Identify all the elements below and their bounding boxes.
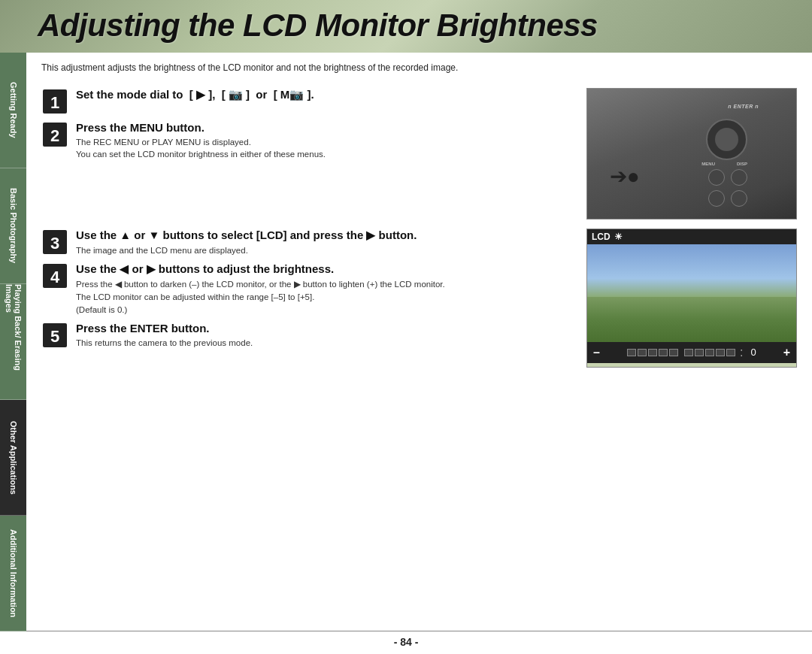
lcd-scale-box-2 xyxy=(638,349,647,356)
camera-menu-btn xyxy=(708,169,725,186)
lcd-header: LCD ☀ xyxy=(587,229,796,244)
camera-dpad xyxy=(706,119,747,160)
step-5: 5 Press the ENTER button. This returns t… xyxy=(41,322,571,350)
step-5-content: Press the ENTER button. This returns the… xyxy=(76,322,571,350)
camera-image: ➔● n ENTER n MENU DISP xyxy=(586,88,797,220)
camera-disp-label: DISP xyxy=(737,162,747,166)
lcd-bottom-bar: – : 0 xyxy=(587,342,796,363)
step-2: 2 Press the MENU button. The REC MENU or… xyxy=(41,121,571,161)
step-5-desc: This returns the camera to the previous … xyxy=(76,337,571,350)
step-4-number: 4 xyxy=(41,262,68,289)
sidebar-item-basic-photography[interactable]: Basic Photography xyxy=(0,168,26,284)
intro-text: This adjustment adjusts the brightness o… xyxy=(41,62,797,74)
svg-text:1: 1 xyxy=(50,93,59,112)
camera-enter-label: n ENTER n xyxy=(728,104,759,109)
camera-menu-label: MENU xyxy=(701,162,715,166)
step-2-title: Press the MENU button. xyxy=(76,121,571,134)
step-4: 4 Use the ◀ or ▶ buttons to adjust the b… xyxy=(41,262,571,316)
step-2-content: Press the MENU button. The REC MENU or P… xyxy=(76,121,571,161)
sidebar-item-getting-ready[interactable]: Getting Ready xyxy=(0,53,26,168)
camera-btn-3 xyxy=(708,190,725,207)
lcd-scale: : 0 xyxy=(627,346,756,359)
step-5-number: 5 xyxy=(41,322,68,349)
step-1-content: Set the mode dial to [ ▶ ], [ 📷 ] or [ M… xyxy=(76,88,571,104)
lcd-scale-box-4 xyxy=(659,349,668,356)
lcd-plus: + xyxy=(783,346,790,359)
main-content: This adjustment adjusts the brightness o… xyxy=(26,53,812,631)
lcd-scale-box-7 xyxy=(695,349,704,356)
step-4-desc: Press the ◀ button to darken (–) the LCD… xyxy=(76,278,571,316)
sidebar-tab-label: Additional Information xyxy=(9,529,18,617)
lcd-scale-box-5 xyxy=(669,349,678,356)
lcd-scale-box-9 xyxy=(716,349,725,356)
camera-btn-4 xyxy=(731,190,747,207)
sidebar-item-playing-back[interactable]: Playing Back/ Erasing Images xyxy=(0,284,26,400)
lcd-sun-icon: ☀ xyxy=(614,232,623,242)
svg-text:5: 5 xyxy=(50,327,59,346)
sidebar-tab-label: Other Applications xyxy=(9,421,18,495)
svg-text:4: 4 xyxy=(50,268,60,286)
steps-left-column: 1 Set the mode dial to [ ▶ ], [ 📷 ] or [… xyxy=(41,88,571,220)
step-3: 3 Use the ▲ or ▼ buttons to select [LCD]… xyxy=(41,229,571,257)
step-3-content: Use the ▲ or ▼ buttons to select [LCD] a… xyxy=(76,229,571,257)
step-4-content: Use the ◀ or ▶ buttons to adjust the bri… xyxy=(76,262,571,316)
page-title: Adjusting the LCD Monitor Brightness xyxy=(38,8,598,44)
page-number: - 84 - xyxy=(0,636,812,648)
lcd-minus: – xyxy=(593,346,600,359)
sidebar-item-additional-info[interactable]: Additional Information xyxy=(0,516,26,631)
step-5-title: Press the ENTER button. xyxy=(76,322,571,335)
lcd-scale-box-10 xyxy=(726,349,735,356)
camera-btn-row-1 xyxy=(708,169,747,186)
lcd-preview-container: LCD ☀ – xyxy=(586,229,797,368)
step-1: 1 Set the mode dial to [ ▶ ], [ 📷 ] or [… xyxy=(41,88,571,115)
arrow-indicator: ➔● xyxy=(610,164,640,189)
page-divider xyxy=(26,631,812,631)
step-2-number: 2 xyxy=(41,121,68,148)
lcd-preview: LCD ☀ – xyxy=(586,229,797,368)
camera-buttons: n ENTER n MENU DISP xyxy=(683,100,781,205)
step-2-desc: The REC MENU or PLAY MENU is displayed.Y… xyxy=(76,136,571,161)
step-4-title: Use the ◀ or ▶ buttons to adjust the bri… xyxy=(76,262,571,276)
lcd-value: 0 xyxy=(750,347,756,358)
lcd-scale-box-1 xyxy=(627,349,636,356)
camera-btn-row-2 xyxy=(708,190,747,207)
steps-upper-section: 1 Set the mode dial to [ ▶ ], [ 📷 ] or [… xyxy=(41,88,797,220)
step-1-title: Set the mode dial to [ ▶ ], [ 📷 ] or [ M… xyxy=(76,88,571,101)
step-3-desc: The image and the LCD menu are displayed… xyxy=(76,244,571,257)
sidebar-tab-label: Playing Back/ Erasing Images xyxy=(5,284,23,399)
lcd-landscape xyxy=(587,244,796,342)
svg-text:3: 3 xyxy=(50,234,59,253)
sidebar-item-other-applications[interactable]: Other Applications xyxy=(0,400,26,516)
sidebar-tab-label: Basic Photography xyxy=(9,188,18,263)
steps-lower-section: 3 Use the ▲ or ▼ buttons to select [LCD]… xyxy=(41,229,797,368)
lcd-scale-box-6 xyxy=(684,349,693,356)
lcd-scale-box-8 xyxy=(705,349,714,356)
camera-image-container: ➔● n ENTER n MENU DISP xyxy=(586,88,797,220)
step-1-number: 1 xyxy=(41,88,68,115)
step-3-number: 3 xyxy=(41,229,68,256)
lcd-label: LCD xyxy=(592,232,611,242)
svg-text:2: 2 xyxy=(50,126,59,145)
sidebar-tab-label: Getting Ready xyxy=(9,82,18,138)
sidebar: Getting Ready Basic Photography Playing … xyxy=(0,53,26,631)
lcd-scale-box-3 xyxy=(648,349,657,356)
step-3-title: Use the ▲ or ▼ buttons to select [LCD] a… xyxy=(76,229,571,242)
camera-disp-btn xyxy=(731,169,747,186)
steps-lower-left: 3 Use the ▲ or ▼ buttons to select [LCD]… xyxy=(41,229,571,368)
